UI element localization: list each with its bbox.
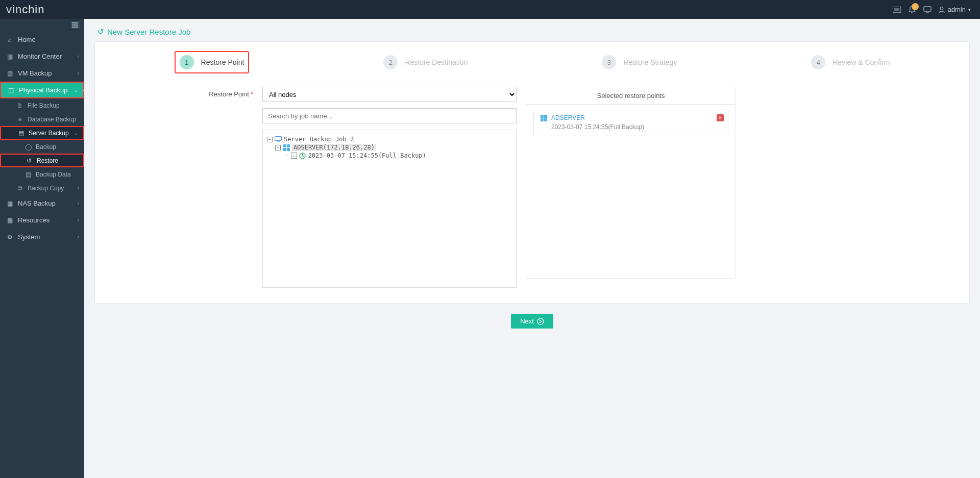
nav-monitor[interactable]: ▥ Monitor Center ‹ xyxy=(0,48,84,65)
selected-header: Selected restore points xyxy=(526,87,736,105)
svg-point-6 xyxy=(940,7,943,10)
svg-point-20 xyxy=(537,318,544,324)
nav-file-backup[interactable]: 🗎 File Backup xyxy=(0,98,84,112)
user-label: admin xyxy=(948,6,966,13)
svg-rect-4 xyxy=(924,7,931,11)
nav-sb-restore[interactable]: ↺ Restore xyxy=(0,154,84,167)
step-3-num: 3 xyxy=(602,55,616,69)
nav-vm-backup[interactable]: ▧ VM Backup ‹ xyxy=(0,65,84,82)
nav-sb-backup[interactable]: ◯ Backup xyxy=(0,140,84,154)
minus-icon[interactable]: − xyxy=(275,145,281,150)
selected-item-name: ADSERVER xyxy=(551,114,585,121)
nav-physical-backup[interactable]: ◫ Physical Backup ⌄ xyxy=(0,82,84,98)
nav-vm-label: VM Backup xyxy=(18,69,52,77)
tree-row-point[interactable]: └ ✓ 2023-03-07 15:24:55(Full Backup) xyxy=(267,152,512,160)
tree-branch-icon: └ xyxy=(284,153,288,159)
nav-sb-data[interactable]: ▤ Backup Data xyxy=(0,167,84,181)
svg-rect-16 xyxy=(541,115,544,118)
server-icon: ▤ xyxy=(17,130,24,137)
restore-point-label: Restore Point* xyxy=(107,87,253,98)
nav-sb-backup-label: Backup xyxy=(36,143,56,150)
nas-icon: ▦ xyxy=(6,200,13,207)
monitor-nav-icon: ▥ xyxy=(6,53,13,60)
main-content: ↺ New Server Restore Job 1 Restore Point… xyxy=(84,19,980,478)
next-button-label: Next xyxy=(520,317,534,325)
nav-db-backup[interactable]: ≡ Database Backup xyxy=(0,112,84,126)
remove-button[interactable]: ✕ xyxy=(717,114,724,121)
step-1-num: 1 xyxy=(180,55,194,69)
step-4[interactable]: 4 Review & Confirm xyxy=(811,51,890,73)
nav-sb-data-label: Backup Data xyxy=(36,171,71,178)
copy-icon: ⧉ xyxy=(16,185,23,192)
chevron-left-icon: ‹ xyxy=(78,234,79,240)
svg-rect-12 xyxy=(287,148,290,151)
step-4-num: 4 xyxy=(811,55,825,69)
nav-backup-copy[interactable]: ⧉ Backup Copy ‹ xyxy=(0,181,84,195)
nav-home[interactable]: ⌂ Home xyxy=(0,31,84,48)
file-icon: 🗎 xyxy=(16,102,23,109)
search-input[interactable] xyxy=(262,108,517,123)
page-title: ↺ New Server Restore Job xyxy=(97,27,970,36)
selected-item: ADSERVER 2023-03-07 15:24:55(Full Backup… xyxy=(533,110,728,136)
monitor-icon[interactable] xyxy=(920,2,935,17)
database-icon: ≡ xyxy=(16,116,23,123)
data-icon: ▤ xyxy=(24,171,32,178)
logo-part2: chin xyxy=(22,3,44,16)
windows-icon xyxy=(540,114,547,121)
nav-db-label: Database Backup xyxy=(28,116,76,123)
sidebar: ⌂ Home ▥ Monitor Center ‹ ▧ VM Backup ‹ … xyxy=(0,19,84,478)
top-header: vinchin 1 admin ▾ xyxy=(0,0,980,19)
checkbox-checked[interactable]: ✓ xyxy=(291,153,297,159)
tree-host-label: ADSERVER(172.18.26.28) xyxy=(292,144,376,151)
nav-monitor-label: Monitor Center xyxy=(18,53,62,60)
chevron-left-icon: ‹ xyxy=(78,185,79,191)
step-1-label: Restore Point xyxy=(201,58,244,66)
gear-icon: ⚙ xyxy=(6,234,13,241)
svg-rect-10 xyxy=(287,144,290,147)
step-3-label: Restore Strategy xyxy=(623,58,677,66)
minus-icon[interactable]: − xyxy=(267,137,273,142)
chevron-down-icon: ⌄ xyxy=(74,87,78,93)
step-2[interactable]: 2 Restore Destination xyxy=(383,51,468,73)
selected-points-panel: Selected restore points ADSERVER 2023-03… xyxy=(526,87,736,279)
restore-point-tree[interactable]: − Server Backup Job 2 − ADSERVER(172.1 xyxy=(262,130,517,288)
next-button[interactable]: Next xyxy=(511,314,553,329)
chevron-left-icon: ‹ xyxy=(78,217,79,223)
svg-rect-11 xyxy=(283,148,286,151)
logo-part1: vin xyxy=(6,3,22,16)
step-1[interactable]: 1 Restore Point xyxy=(175,51,250,73)
wizard-panel: 1 Restore Point 2 Restore Destination 3 … xyxy=(94,41,970,304)
bell-icon[interactable]: 1 xyxy=(904,2,920,17)
user-icon xyxy=(938,6,945,13)
home-icon: ⌂ xyxy=(6,36,13,43)
restore-point-label-text: Restore Point xyxy=(209,90,249,98)
list-icon[interactable] xyxy=(889,2,904,17)
chevron-left-icon: ‹ xyxy=(78,54,79,59)
restore-icon: ↺ xyxy=(26,157,33,164)
notification-badge: 1 xyxy=(912,3,919,10)
nav-server-label: Server Backup xyxy=(29,130,69,137)
sidebar-toggle-button[interactable] xyxy=(70,20,80,30)
windows-icon xyxy=(283,144,290,151)
chevron-down-icon: ⌄ xyxy=(74,130,78,136)
wizard-steps: 1 Restore Point 2 Restore Destination 3 … xyxy=(107,51,957,73)
nav-system-label: System xyxy=(18,233,40,241)
job-icon xyxy=(275,136,282,143)
node-select[interactable]: All nodes xyxy=(262,87,517,102)
nav-resources[interactable]: ▩ Resources ‹ xyxy=(0,212,84,229)
svg-rect-9 xyxy=(283,144,286,147)
selected-item-detail: 2023-03-07 15:24:55(Full Backup) xyxy=(540,123,722,131)
step-3[interactable]: 3 Restore Strategy xyxy=(602,51,677,73)
restore-title-icon: ↺ xyxy=(97,27,104,36)
resources-icon: ▩ xyxy=(6,217,13,224)
restore-point-controls: All nodes − Server Backup Job 2 − xyxy=(262,87,517,288)
nav-server-backup[interactable]: ▤ Server Backup ⌄ xyxy=(0,126,84,140)
step-2-num: 2 xyxy=(383,55,398,69)
tree-row-host[interactable]: − ADSERVER(172.18.26.28) xyxy=(267,143,512,152)
tree-row-job[interactable]: − Server Backup Job 2 xyxy=(267,135,512,143)
nav-nas[interactable]: ▦ NAS Backup ‹ xyxy=(0,195,84,212)
nav-system[interactable]: ⚙ System ‹ xyxy=(0,229,84,245)
svg-rect-7 xyxy=(275,137,282,141)
nav-file-label: File Backup xyxy=(28,102,60,109)
user-menu[interactable]: admin ▾ xyxy=(935,6,974,13)
